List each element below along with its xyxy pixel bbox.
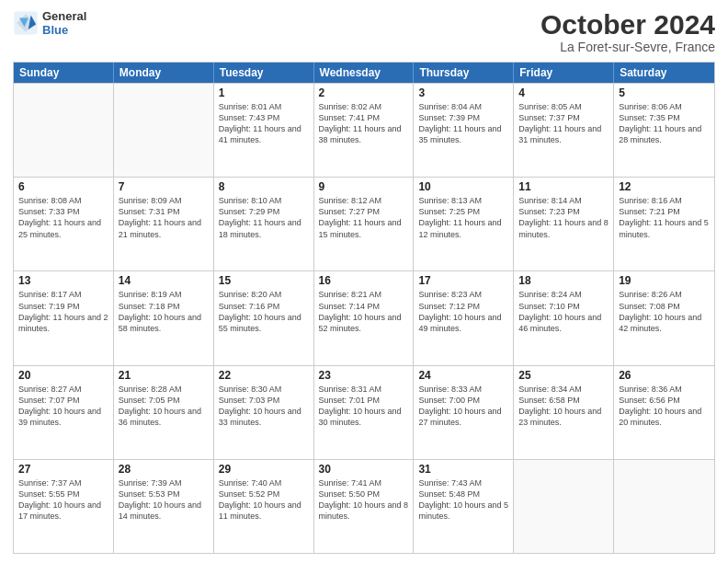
week-row-4: 20Sunrise: 8:27 AM Sunset: 7:07 PM Dayli… — [14, 365, 714, 459]
day-number: 29 — [219, 463, 309, 476]
day-27: 27Sunrise: 7:37 AM Sunset: 5:55 PM Dayli… — [14, 460, 114, 553]
day-number: 30 — [319, 463, 409, 476]
title-block: October 2024 La Foret-sur-Sevre, France — [540, 9, 715, 54]
day-info: Sunrise: 8:34 AM Sunset: 6:58 PM Dayligh… — [518, 384, 609, 429]
weekday-header: Saturday — [614, 63, 714, 83]
day-number: 9 — [319, 180, 409, 193]
day-number: 6 — [18, 180, 108, 193]
day-number: 20 — [18, 369, 108, 382]
day-number: 24 — [418, 369, 508, 382]
day-number: 27 — [18, 463, 108, 476]
calendar: SundayMondayTuesdayWednesdayThursdayFrid… — [13, 62, 715, 554]
day-28: 28Sunrise: 7:39 AM Sunset: 5:53 PM Dayli… — [114, 460, 214, 553]
day-number: 19 — [619, 274, 710, 287]
calendar-body: 1Sunrise: 8:01 AM Sunset: 7:43 PM Daylig… — [14, 83, 714, 553]
empty-cell — [614, 460, 714, 553]
day-number: 2 — [319, 86, 409, 99]
day-15: 15Sunrise: 8:20 AM Sunset: 7:16 PM Dayli… — [214, 271, 314, 364]
weekday-header: Sunday — [14, 63, 114, 83]
day-number: 8 — [219, 180, 309, 193]
day-info: Sunrise: 8:12 AM Sunset: 7:27 PM Dayligh… — [319, 195, 409, 240]
logo-line2: Blue — [42, 23, 86, 37]
day-19: 19Sunrise: 8:26 AM Sunset: 7:08 PM Dayli… — [614, 271, 714, 364]
day-number: 14 — [119, 274, 209, 287]
day-info: Sunrise: 8:17 AM Sunset: 7:19 PM Dayligh… — [18, 289, 108, 334]
location: La Foret-sur-Sevre, France — [540, 40, 715, 54]
day-number: 21 — [119, 369, 209, 382]
day-number: 15 — [219, 274, 309, 287]
day-info: Sunrise: 8:05 AM Sunset: 7:37 PM Dayligh… — [518, 101, 609, 146]
day-number: 16 — [319, 274, 409, 287]
logo-icon — [13, 10, 39, 36]
day-info: Sunrise: 8:08 AM Sunset: 7:33 PM Dayligh… — [18, 195, 108, 240]
day-info: Sunrise: 8:28 AM Sunset: 7:05 PM Dayligh… — [119, 384, 209, 429]
day-info: Sunrise: 8:21 AM Sunset: 7:14 PM Dayligh… — [319, 289, 409, 334]
day-number: 12 — [619, 180, 710, 193]
week-row-1: 1Sunrise: 8:01 AM Sunset: 7:43 PM Daylig… — [14, 83, 714, 177]
day-31: 31Sunrise: 7:43 AM Sunset: 5:48 PM Dayli… — [414, 460, 514, 553]
day-info: Sunrise: 8:13 AM Sunset: 7:25 PM Dayligh… — [418, 195, 508, 240]
day-number: 17 — [418, 274, 508, 287]
week-row-2: 6Sunrise: 8:08 AM Sunset: 7:33 PM Daylig… — [14, 177, 714, 270]
logo: General Blue — [13, 9, 86, 37]
weekday-header: Thursday — [414, 63, 514, 83]
day-number: 31 — [418, 463, 508, 476]
empty-cell — [114, 84, 214, 177]
day-9: 9Sunrise: 8:12 AM Sunset: 7:27 PM Daylig… — [314, 178, 415, 270]
day-info: Sunrise: 8:02 AM Sunset: 7:41 PM Dayligh… — [319, 101, 409, 146]
day-22: 22Sunrise: 8:30 AM Sunset: 7:03 PM Dayli… — [214, 366, 314, 459]
day-number: 1 — [219, 86, 309, 99]
logo-text: General Blue — [42, 9, 86, 37]
day-29: 29Sunrise: 7:40 AM Sunset: 5:52 PM Dayli… — [214, 460, 314, 553]
day-16: 16Sunrise: 8:21 AM Sunset: 7:14 PM Dayli… — [314, 271, 415, 364]
day-5: 5Sunrise: 8:06 AM Sunset: 7:35 PM Daylig… — [614, 84, 714, 177]
day-number: 3 — [418, 86, 508, 99]
day-26: 26Sunrise: 8:36 AM Sunset: 6:56 PM Dayli… — [614, 366, 714, 459]
day-number: 11 — [518, 180, 609, 193]
day-number: 4 — [518, 86, 609, 99]
weekday-header: Friday — [514, 63, 614, 83]
week-row-5: 27Sunrise: 7:37 AM Sunset: 5:55 PM Dayli… — [14, 459, 714, 553]
day-info: Sunrise: 7:43 AM Sunset: 5:48 PM Dayligh… — [418, 477, 508, 523]
day-info: Sunrise: 8:23 AM Sunset: 7:12 PM Dayligh… — [418, 289, 508, 334]
day-25: 25Sunrise: 8:34 AM Sunset: 6:58 PM Dayli… — [514, 366, 614, 459]
empty-cell — [14, 84, 114, 177]
day-18: 18Sunrise: 8:24 AM Sunset: 7:10 PM Dayli… — [514, 271, 614, 364]
calendar-header: SundayMondayTuesdayWednesdayThursdayFrid… — [14, 63, 714, 83]
day-number: 22 — [219, 369, 309, 382]
day-info: Sunrise: 8:09 AM Sunset: 7:31 PM Dayligh… — [119, 195, 209, 240]
day-number: 13 — [18, 274, 108, 287]
day-info: Sunrise: 8:24 AM Sunset: 7:10 PM Dayligh… — [518, 289, 609, 334]
day-info: Sunrise: 8:31 AM Sunset: 7:01 PM Dayligh… — [319, 384, 409, 429]
day-number: 23 — [319, 369, 409, 382]
day-info: Sunrise: 8:16 AM Sunset: 7:21 PM Dayligh… — [619, 195, 710, 240]
day-8: 8Sunrise: 8:10 AM Sunset: 7:29 PM Daylig… — [214, 178, 314, 270]
day-17: 17Sunrise: 8:23 AM Sunset: 7:12 PM Dayli… — [414, 271, 514, 364]
day-number: 10 — [418, 180, 508, 193]
day-info: Sunrise: 8:26 AM Sunset: 7:08 PM Dayligh… — [619, 289, 710, 334]
day-2: 2Sunrise: 8:02 AM Sunset: 7:41 PM Daylig… — [314, 84, 415, 177]
day-info: Sunrise: 8:36 AM Sunset: 6:56 PM Dayligh… — [619, 384, 710, 429]
day-info: Sunrise: 7:40 AM Sunset: 5:52 PM Dayligh… — [219, 477, 309, 523]
header: General Blue October 2024 La Foret-sur-S… — [13, 9, 715, 54]
weekday-header: Wednesday — [314, 63, 415, 83]
day-21: 21Sunrise: 8:28 AM Sunset: 7:05 PM Dayli… — [114, 366, 214, 459]
day-10: 10Sunrise: 8:13 AM Sunset: 7:25 PM Dayli… — [414, 178, 514, 270]
day-11: 11Sunrise: 8:14 AM Sunset: 7:23 PM Dayli… — [514, 178, 614, 270]
day-30: 30Sunrise: 7:41 AM Sunset: 5:50 PM Dayli… — [314, 460, 415, 553]
week-row-3: 13Sunrise: 8:17 AM Sunset: 7:19 PM Dayli… — [14, 270, 714, 364]
day-info: Sunrise: 8:33 AM Sunset: 7:00 PM Dayligh… — [418, 384, 508, 429]
day-info: Sunrise: 7:37 AM Sunset: 5:55 PM Dayligh… — [18, 477, 108, 523]
day-24: 24Sunrise: 8:33 AM Sunset: 7:00 PM Dayli… — [414, 366, 514, 459]
day-info: Sunrise: 8:30 AM Sunset: 7:03 PM Dayligh… — [219, 384, 309, 429]
day-info: Sunrise: 8:04 AM Sunset: 7:39 PM Dayligh… — [418, 101, 508, 146]
logo-line1: General — [42, 9, 86, 23]
empty-cell — [514, 460, 614, 553]
day-info: Sunrise: 8:20 AM Sunset: 7:16 PM Dayligh… — [219, 289, 309, 334]
day-number: 18 — [518, 274, 609, 287]
weekday-header: Tuesday — [214, 63, 314, 83]
day-info: Sunrise: 8:27 AM Sunset: 7:07 PM Dayligh… — [18, 384, 108, 429]
day-info: Sunrise: 8:06 AM Sunset: 7:35 PM Dayligh… — [619, 101, 710, 146]
month-title: October 2024 — [540, 9, 715, 40]
day-number: 28 — [119, 463, 209, 476]
